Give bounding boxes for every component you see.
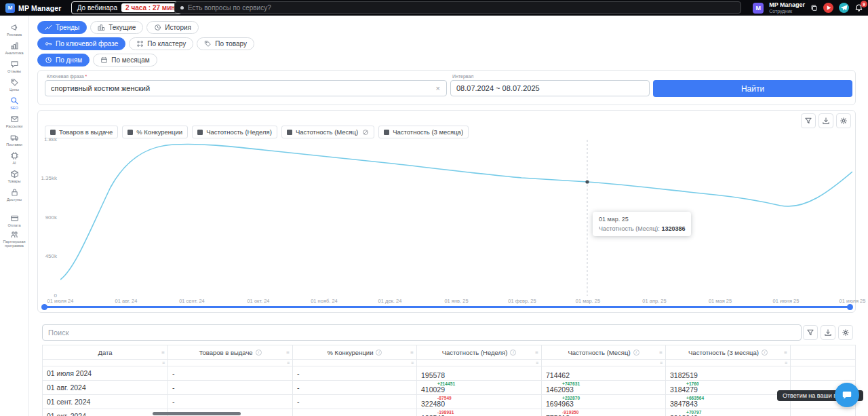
trend-chart-icon <box>45 24 52 31</box>
keyphrase-search-form: Ключевая фраза * × Интервал Найти <box>37 70 856 105</box>
info-icon[interactable]: i <box>256 349 262 356</box>
sidebar-item-dostupy[interactable]: Доступы <box>0 186 28 204</box>
frequency-line-chart[interactable] <box>60 140 852 296</box>
notifications-bell[interactable]: 9 <box>854 3 863 12</box>
x-tick: 01 февр. 25 <box>495 298 549 304</box>
range-handle-right[interactable] <box>847 304 853 310</box>
chart-filter-button[interactable] <box>801 113 816 128</box>
interval-label: Интервал <box>452 74 650 79</box>
sidebar-item-partner-program[interactable]: Партнерская программа <box>0 230 28 248</box>
column-filter-icon[interactable]: ≡ <box>785 360 787 366</box>
user-menu[interactable]: MP Manager Сотрудник <box>769 2 805 14</box>
sidebar-item-oplata[interactable]: Оплата <box>0 212 28 229</box>
keyphrase-field-group: Ключевая фраза * × <box>45 74 447 96</box>
sidebar-item-reklama[interactable]: Реклама <box>0 21 28 39</box>
cell-frequency-month: +2328701694963 <box>542 395 666 409</box>
chart-settings-button[interactable] <box>836 113 851 128</box>
info-icon[interactable]: i <box>633 349 639 356</box>
tab-by-keyphrase[interactable]: По ключевой фразе <box>37 37 125 50</box>
tab-by-months[interactable]: По месяцам <box>93 54 157 67</box>
column-filter-icon[interactable]: ≡ <box>536 360 538 366</box>
tooltip-value-row: Частотность (Месяц): 1320386 <box>599 225 685 232</box>
range-handle-left[interactable] <box>41 304 47 310</box>
tag-icon <box>204 40 212 48</box>
legend-item-frequency-month[interactable]: Частотность (Месяц) <box>281 126 374 138</box>
interval-input[interactable] <box>456 84 644 92</box>
legend-item-competition[interactable]: % Конкуренции <box>122 126 188 138</box>
column-header-products: Товаров в выдачеi ≡ <box>168 345 293 360</box>
column-menu-icon[interactable]: ≡ <box>784 349 787 356</box>
search-dot-icon <box>180 6 184 10</box>
sidebar-item-analitika[interactable]: Аналитика <box>0 39 28 57</box>
cell-filler <box>791 366 856 381</box>
columns-icon <box>98 24 105 31</box>
cell-competition: - <box>293 409 417 416</box>
x-tick: 01 окт. 24 <box>231 298 285 304</box>
tab-by-cluster[interactable]: По кластеру <box>129 37 193 50</box>
youtube-icon[interactable] <box>823 3 833 13</box>
keyphrase-input[interactable] <box>51 84 435 92</box>
column-filter-icon[interactable]: ≡ <box>660 360 663 366</box>
remove-series-icon[interactable] <box>362 129 369 136</box>
table-search-input[interactable] <box>48 328 795 337</box>
app-logo-icon: M <box>5 3 15 13</box>
x-tick: 01 апр. 25 <box>627 298 682 304</box>
column-filter-icon[interactable]: ≡ <box>411 360 414 366</box>
column-menu-icon[interactable]: ≡ <box>161 349 165 356</box>
chat-widget-button[interactable] <box>835 383 859 407</box>
period-tabs: По дням По месяцам <box>37 54 157 67</box>
table-search-wrap <box>42 324 802 341</box>
user-avatar[interactable]: M <box>753 3 764 14</box>
column-filter-icon[interactable]: ≡ <box>287 360 290 366</box>
app-logo[interactable]: M MP Manager <box>0 3 62 13</box>
telegram-icon[interactable] <box>839 3 849 13</box>
chart-tooltip: 01 мар. 25 Частотность (Месяц): 1320386 <box>593 212 691 236</box>
cell-products: - <box>168 366 293 381</box>
find-button[interactable]: Найти <box>653 80 852 97</box>
column-menu-icon[interactable]: ≡ <box>286 349 290 356</box>
x-tick: 01 сент. 24 <box>165 298 219 304</box>
tab-current[interactable]: Текущие <box>90 21 143 34</box>
legend-item-frequency-week[interactable]: Частотность (Неделя) <box>192 126 277 138</box>
table-export-button[interactable] <box>821 325 835 340</box>
column-menu-icon[interactable]: ≡ <box>410 349 414 356</box>
info-icon[interactable]: i <box>376 349 382 356</box>
view-tabs: Тренды Текущие История <box>37 21 199 34</box>
legend-item-frequency-3months[interactable]: Частотность (3 месяца) <box>378 126 469 138</box>
sidebar-item-ai[interactable]: AI <box>0 149 28 167</box>
chart-export-button[interactable] <box>818 113 833 128</box>
y-tick: 900k <box>38 214 57 221</box>
info-icon[interactable]: i <box>510 349 516 356</box>
x-tick: 01 нояб. 24 <box>297 298 351 304</box>
info-icon[interactable]: i <box>762 349 768 356</box>
sidebar-item-tovary[interactable]: Товары <box>0 168 28 185</box>
table-filter-button[interactable] <box>803 325 818 340</box>
sidebar-item-postavki[interactable]: Поставки <box>0 131 28 149</box>
x-tick: 01 мар. 25 <box>561 298 615 304</box>
column-filter-icon[interactable]: ≡ <box>162 360 165 366</box>
column-menu-icon[interactable]: ≡ <box>659 349 663 356</box>
webinar-button[interactable]: До вебинара 2 часа : 27 мин <box>71 1 182 14</box>
tab-by-product[interactable]: По товару <box>197 37 254 50</box>
cell-frequency-3months: +6635643847843 <box>666 395 791 409</box>
frequency-table: Дата ≡ Товаров в выдачеi ≡ % Конкуренции… <box>42 345 856 416</box>
tab-history[interactable]: История <box>146 21 199 34</box>
x-tick: 01 янв. 25 <box>429 298 484 304</box>
analytics-icon <box>10 41 19 50</box>
sidebar-item-otzyvy[interactable]: Отзывы <box>0 58 28 75</box>
trends-chart-card: Товаров в выдаче % Конкуренции Частотнос… <box>37 110 856 313</box>
tab-trends[interactable]: Тренды <box>37 21 87 34</box>
sidebar-item-tseny[interactable]: Цены <box>0 76 28 94</box>
tab-by-days[interactable]: По дням <box>37 54 90 67</box>
funnel-icon <box>804 117 812 125</box>
table-settings-button[interactable] <box>838 325 853 340</box>
service-question-input[interactable] <box>188 4 735 12</box>
sidebar-item-seo[interactable]: SEO <box>0 94 28 112</box>
service-question-search[interactable] <box>174 1 741 14</box>
clear-input-icon[interactable]: × <box>435 85 441 92</box>
column-menu-icon[interactable]: ≡ <box>535 349 538 356</box>
copy-icon[interactable] <box>810 4 818 12</box>
horizontal-scrollbar-thumb[interactable] <box>153 412 241 415</box>
chart-range-slider[interactable] <box>43 306 852 308</box>
sidebar-item-rassylki[interactable]: Рассылки <box>0 113 28 130</box>
